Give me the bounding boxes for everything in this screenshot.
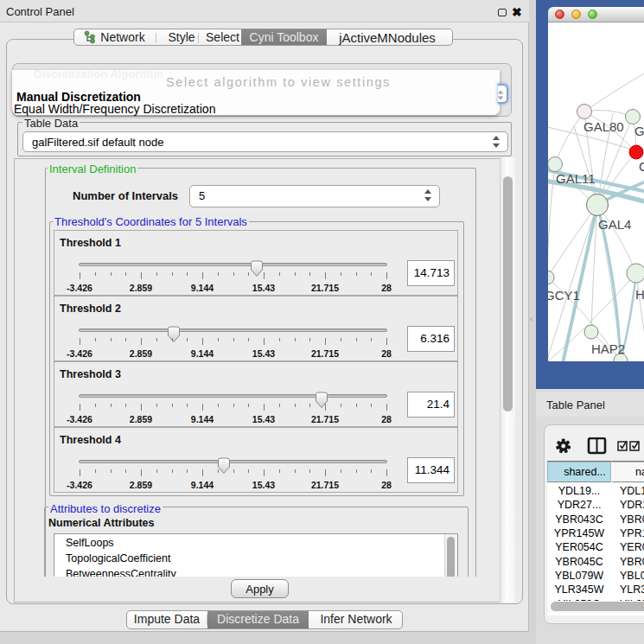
svg-text:GAL80: GAL80	[583, 119, 624, 134]
svg-text:GAL11: GAL11	[556, 171, 596, 186]
svg-text:HAP2: HAP2	[591, 341, 625, 356]
svg-text:GCY1: GCY1	[548, 288, 580, 303]
svg-text:G: G	[634, 124, 644, 138]
svg-text:H: H	[635, 287, 644, 302]
svg-text:C: C	[639, 159, 644, 174]
svg-text:GAL4: GAL4	[598, 217, 631, 232]
